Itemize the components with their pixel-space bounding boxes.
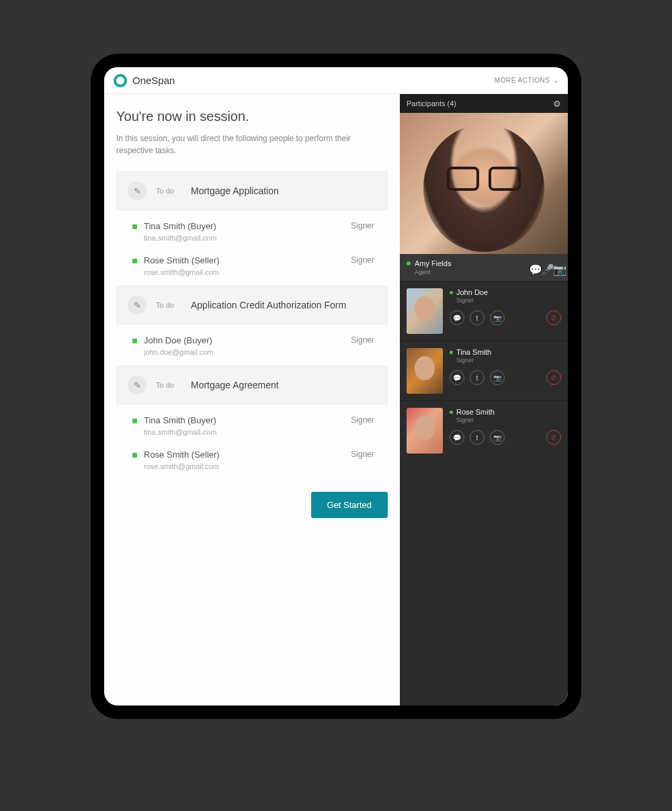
participant-name: Rose Smith [456,408,495,416]
status-dot-icon [132,419,137,423]
status-dot-icon [132,224,137,229]
signer-name: Tina Smith (Buyer) [144,221,216,231]
brand-logo-icon [114,74,127,87]
main-participant-role: Agent [415,269,451,275]
signer-name: Rose Smith (Seller) [144,255,220,265]
mic-icon[interactable]: t [470,430,485,445]
participants-header: Participants (4) ⚙ [400,94,568,113]
signer-name: Tina Smith (Buyer) [144,415,216,425]
signer-email: tina.smith@gmail.com [144,234,216,242]
task-block: ✎ To do Mortgage Application Tina Smith … [116,171,388,279]
participant-role: Signer [456,297,561,304]
more-actions-dropdown[interactable]: MORE ACTIONS ⌄ [495,77,558,84]
signer-row: Rose Smith (Seller) rose.smith@gmail.com… [116,439,388,473]
status-dot-icon [450,291,453,294]
task-block: ✎ To do Mortgage Agreement Tina Smith (B… [116,366,388,473]
signer-role: Signer [351,255,374,265]
hangup-icon[interactable]: ✆ [546,310,561,325]
mic-icon[interactable]: 🎤 [541,263,549,271]
status-dot-icon [132,259,137,263]
task-status: To do [156,381,181,389]
signer-role: Signer [351,415,374,425]
actions-row: Get Started [116,492,388,518]
task-header[interactable]: ✎ To do Mortgage Agreement [116,366,388,404]
brand-name: OneSpan [132,75,175,86]
gear-icon[interactable]: ⚙ [553,99,561,109]
body: You're now in session. In this session, … [104,94,568,706]
signer-role: Signer [351,221,374,230]
session-title: You're now in session. [116,109,388,124]
get-started-button[interactable]: Get Started [311,492,388,518]
avatar-face [437,138,531,246]
status-dot-icon [450,411,453,414]
participant-row: Tina Smith Signer 💬 t 📷 ✆ [400,341,568,400]
hangup-icon[interactable]: ✆ [546,430,561,445]
topbar: OneSpan MORE ACTIONS ⌄ [104,67,568,94]
signer-email: john.doe@gmail.com [144,348,214,356]
signer-email: rose.smith@gmail.com [144,462,220,470]
task-name: Application Credit Authorization Form [191,300,346,310]
signature-icon: ✎ [128,296,146,314]
participant-role: Signer [456,357,561,364]
participants-panel: Participants (4) ⚙ Amy Fields [400,94,568,706]
mic-icon[interactable]: t [470,370,485,385]
signature-icon: ✎ [128,376,146,394]
task-status: To do [156,301,181,309]
signer-role: Signer [351,450,374,459]
hangup-icon[interactable]: ✆ [546,370,561,385]
signer-name: John Doe (Buyer) [144,335,214,345]
screen: OneSpan MORE ACTIONS ⌄ You're now in ses… [104,67,568,706]
camera-icon[interactable]: 📷 [490,370,505,385]
chat-icon[interactable]: 💬 [450,430,464,445]
signer-email: tina.smith@gmail.com [144,428,216,436]
status-dot-icon [450,351,453,354]
signer-email: rose.smith@gmail.com [144,268,220,276]
participant-video-thumb[interactable] [407,408,443,454]
session-description: In this session, you will direct the fol… [116,132,372,157]
participant-name: John Doe [456,288,488,296]
task-header[interactable]: ✎ To do Application Credit Authorization… [116,286,388,325]
main-participant-name: Amy Fields [415,259,451,267]
main-panel: You're now in session. In this session, … [104,94,400,706]
status-dot-icon [407,261,411,265]
camera-icon[interactable]: 📷 [490,430,505,445]
status-dot-icon [132,453,137,458]
participant-video-thumb[interactable] [407,288,443,334]
main-participant-bar: Amy Fields Agent 💬 🎤 📷 [400,254,568,281]
status-dot-icon [132,339,137,343]
mic-icon[interactable]: t [470,310,485,325]
task-name: Mortgage Application [191,185,279,196]
task-block: ✎ To do Application Credit Authorization… [116,286,388,359]
task-header[interactable]: ✎ To do Mortgage Application [116,171,388,210]
signer-name: Rose Smith (Seller) [144,450,220,460]
signer-row: Rose Smith (Seller) rose.smith@gmail.com… [116,245,388,279]
tablet-frame: OneSpan MORE ACTIONS ⌄ You're now in ses… [91,54,581,719]
chat-icon[interactable]: 💬 [529,263,537,271]
more-actions-label: MORE ACTIONS [495,77,550,84]
brand: OneSpan [114,74,175,87]
participant-name: Tina Smith [456,348,491,356]
signature-icon: ✎ [128,181,146,200]
task-name: Mortgage Agreement [191,380,279,390]
signer-row: Tina Smith (Buyer) tina.smith@gmail.com … [116,404,388,439]
camera-icon[interactable]: 📷 [490,310,505,325]
chevron-down-icon: ⌄ [553,77,559,84]
avatar-glasses [447,167,521,191]
participant-row: John Doe Signer 💬 t 📷 ✆ [400,281,568,341]
chat-icon[interactable]: 💬 [450,370,464,385]
signer-row: John Doe (Buyer) john.doe@gmail.com Sign… [116,325,388,359]
camera-icon[interactable]: 📷 [553,263,561,271]
participant-role: Signer [456,417,561,423]
chat-icon[interactable]: 💬 [450,310,464,325]
main-video[interactable] [400,113,568,254]
signer-role: Signer [351,335,374,345]
task-status: To do [156,187,181,195]
signer-row: Tina Smith (Buyer) tina.smith@gmail.com … [116,210,388,245]
participant-video-thumb[interactable] [407,348,443,394]
participants-title: Participants (4) [407,99,456,108]
participant-row: Rose Smith Signer 💬 t 📷 ✆ [400,400,568,460]
